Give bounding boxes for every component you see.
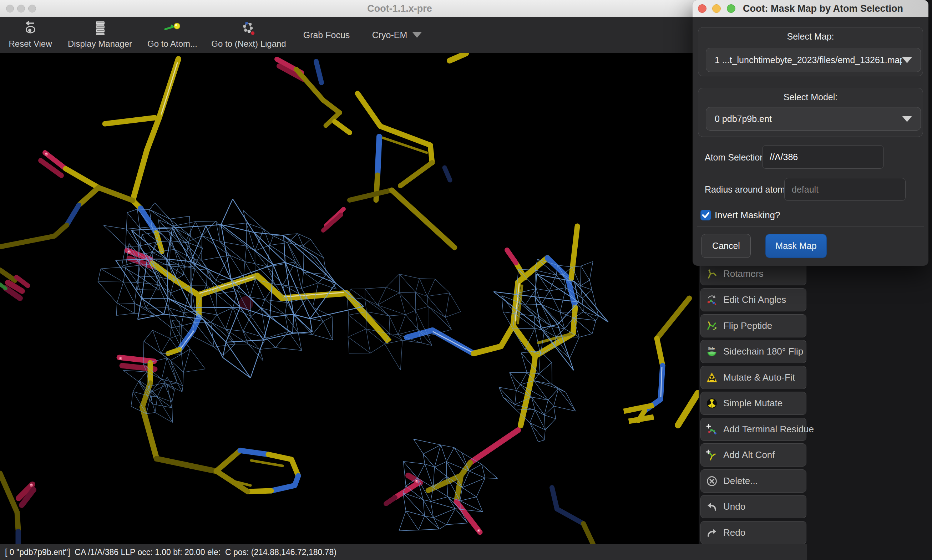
toolbar-item-label: Go to Atom... — [147, 38, 197, 49]
sidebar-item-sidechain-flip[interactable]: Side Sidechain 180° Flip — [701, 340, 806, 363]
cancel-button[interactable]: Cancel — [701, 234, 751, 258]
delete-icon — [706, 475, 718, 487]
check-icon — [701, 211, 710, 219]
display-manager-button[interactable]: Display Manager — [68, 17, 132, 53]
main-titlebar: Coot-1.1.x-pre — [0, 0, 699, 17]
toolbar-item-label: Reset View — [9, 38, 52, 49]
molecule-viewport[interactable] — [0, 53, 699, 560]
sidebar-item-label: Flip Peptide — [723, 320, 772, 331]
mask-map-dialog: Coot: Mask Map by Atom Selection Select … — [693, 0, 929, 266]
radius-label: Radius around atoms: — [705, 185, 792, 195]
invert-masking-checkbox[interactable] — [701, 210, 711, 220]
toolbar-item-label: Go to (Next) Ligand — [211, 38, 286, 49]
add-terminal-residue-icon — [706, 423, 718, 435]
cryo-em-label: Cryo-EM — [372, 30, 407, 40]
svg-text:Side: Side — [708, 347, 715, 350]
select-model-label: Select Model: — [698, 92, 923, 102]
map-select-value: 1 ...t_lunchtimebyte_2023/files/emd_1326… — [706, 55, 902, 65]
sidebar-item-label: Edit Chi Angles — [723, 294, 786, 305]
sidebar-item-label: Redo — [723, 527, 746, 538]
atom-selection-label: Atom Selection: — [705, 152, 767, 163]
chevron-down-icon — [412, 32, 421, 38]
status-text: [ 0 "pdb7p9b.ent"] CA /1/A/386 LLP occ: … — [0, 544, 807, 560]
sidebar-item-label: Rotamers — [723, 268, 764, 279]
go-to-atom-icon — [147, 17, 197, 38]
dialog-minimize-icon[interactable] — [712, 4, 721, 13]
sidebar-item-flip-peptide[interactable]: Flip Peptide — [701, 314, 806, 337]
sidechain-flip-icon: Side — [706, 346, 718, 358]
status-bar: [ 0 "pdb7p9b.ent"] CA /1/A/386 LLP occ: … — [0, 544, 807, 560]
sidebar-item-label: Undo — [723, 501, 746, 512]
sidebar-item-add-alt-conf[interactable]: Add Alt Conf — [701, 443, 806, 466]
redo-icon — [706, 527, 718, 539]
grab-focus-button[interactable]: Grab Focus — [303, 17, 350, 53]
cryo-em-menu-button[interactable]: Cryo-EM — [372, 17, 422, 53]
dialog-close-icon[interactable] — [698, 4, 707, 13]
sidebar-item-edit-chi-angles[interactable]: Edit Chi Angles — [701, 288, 806, 311]
sidebar-item-delete[interactable]: Delete... — [701, 469, 806, 492]
sidebar-item-label: Add Terminal Residue — [723, 424, 814, 435]
edit-chi-angles-icon — [706, 294, 718, 306]
reset-view-button[interactable]: Reset View — [9, 17, 52, 53]
zoom-window-icon[interactable] — [28, 5, 36, 12]
sidebar-item-label: Sidechain 180° Flip — [723, 346, 803, 357]
minimize-window-icon[interactable] — [17, 5, 25, 12]
reset-view-icon — [9, 17, 52, 38]
select-map-label: Select Map: — [698, 31, 923, 42]
sidebar-item-mutate-autofit[interactable]: Mutate & Auto-Fit — [701, 366, 806, 389]
model-select-dropdown[interactable]: 0 pdb7p9b.ent — [706, 107, 921, 131]
select-map-group: Select Map: 1 ...t_lunchtimebyte_2023/fi… — [698, 27, 923, 76]
radius-input[interactable] — [784, 178, 906, 201]
dropdown-arrow-icon — [902, 57, 912, 63]
atom-selection-input[interactable] — [762, 145, 884, 169]
sidebar-item-simple-mutate[interactable]: Simple Mutate — [701, 392, 806, 415]
dropdown-arrow-icon — [902, 116, 912, 122]
dialog-title: Coot: Mask Map by Atom Selection — [743, 0, 903, 17]
sidebar-item-label: Delete... — [723, 475, 758, 486]
dialog-zoom-icon[interactable] — [727, 4, 735, 13]
add-alt-conf-icon — [706, 449, 718, 461]
simple-mutate-icon — [706, 397, 718, 409]
sidebar-item-label: Add Alt Conf — [723, 449, 775, 460]
toolbar-item-label: Display Manager — [68, 38, 132, 49]
undo-icon — [706, 501, 718, 513]
select-model-group: Select Model: 0 pdb7p9b.ent — [698, 88, 923, 137]
mask-map-button[interactable]: Mask Map — [766, 234, 827, 258]
dialog-titlebar: Coot: Mask Map by Atom Selection — [693, 0, 929, 17]
invert-masking-label: Invert Masking? — [715, 210, 780, 221]
display-manager-icon — [68, 17, 132, 38]
model-select-value: 0 pdb7p9b.ent — [706, 114, 902, 124]
sidebar-item-redo[interactable]: Redo — [701, 521, 806, 544]
sidebar-item-label: Mutate & Auto-Fit — [723, 372, 795, 383]
go-to-ligand-icon — [211, 17, 286, 38]
sidebar-item-add-terminal-residue[interactable]: Add Terminal Residue — [701, 418, 806, 441]
map-select-dropdown[interactable]: 1 ...t_lunchtimebyte_2023/files/emd_1326… — [706, 48, 921, 72]
close-window-icon[interactable] — [6, 5, 14, 12]
go-to-ligand-button[interactable]: Go to (Next) Ligand — [211, 17, 286, 53]
mutate-autofit-icon — [706, 372, 718, 384]
flip-peptide-icon — [706, 320, 718, 332]
coot-application: Coot-1.1.x-pre Reset View — [0, 0, 932, 560]
sidebar-item-label: Simple Mutate — [723, 398, 783, 409]
sidebar-item-undo[interactable]: Undo — [701, 495, 806, 518]
dialog-separator — [697, 226, 924, 226]
rotamers-icon — [706, 268, 718, 280]
main-toolbar: Reset View Display Manager — [0, 17, 699, 53]
go-to-atom-button[interactable]: Go to Atom... — [147, 17, 197, 53]
window-title: Coot-1.1.x-pre — [367, 0, 432, 17]
